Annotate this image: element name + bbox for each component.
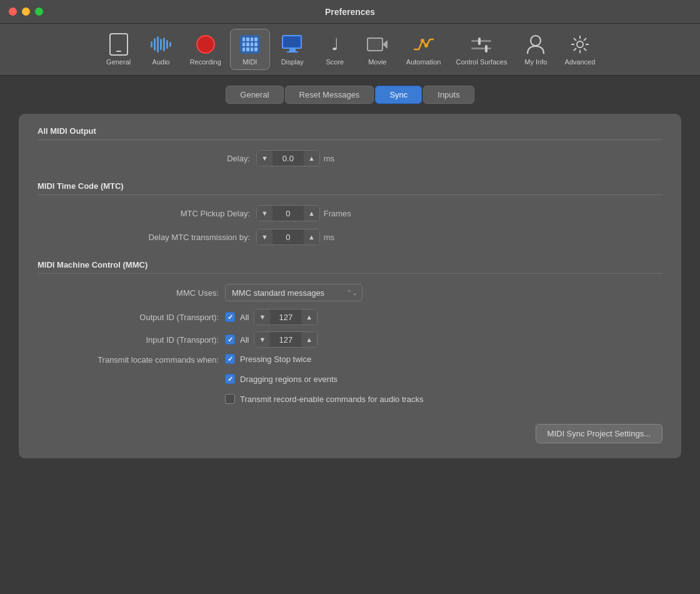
pressing-stop-checkbox[interactable] — [225, 354, 235, 364]
toolbar-label-recording: Recording — [190, 58, 221, 66]
pickup-delay-increment[interactable]: ▲ — [304, 206, 319, 221]
maximize-button[interactable] — [35, 8, 43, 16]
svg-point-6 — [424, 44, 428, 48]
window-controls — [9, 8, 43, 16]
output-id-decrement[interactable]: ▼ — [254, 310, 270, 325]
general-icon — [108, 33, 130, 56]
toolbar: General Audio Recording — [0, 24, 700, 76]
recording-icon — [194, 33, 217, 56]
delay-mtc-value: 0 — [272, 233, 304, 242]
transmit-option-record-enable: Transmit record-enable commands for audi… — [225, 394, 424, 404]
svg-rect-0 — [282, 36, 301, 48]
toolbar-item-automation[interactable]: Automation — [400, 29, 448, 69]
pressing-stop-label: Pressing Stop twice — [240, 355, 311, 364]
svg-rect-3 — [368, 38, 382, 51]
input-id-increment[interactable]: ▲ — [301, 332, 317, 347]
my-info-icon — [524, 33, 547, 56]
delay-mtc-row: Delay MTC transmission by: ▼ 0 ▲ ms — [38, 229, 662, 245]
minimize-button[interactable] — [22, 8, 30, 16]
toolbar-label-my-info: My Info — [524, 58, 547, 66]
mmc-uses-controls: MMC standard messages Custom messages ⌃⌄ — [225, 284, 362, 301]
toolbar-item-my-info[interactable]: My Info — [516, 29, 556, 69]
delay-row: Delay: ▼ 0.0 ▲ ms — [38, 150, 662, 166]
mmc-uses-row: MMC Uses: MMC standard messages Custom m… — [38, 284, 662, 301]
dragging-regions-label: Dragging regions or events — [240, 375, 338, 384]
toolbar-item-movie[interactable]: Movie — [358, 29, 398, 69]
tab-sync[interactable]: Sync — [375, 86, 422, 104]
toolbar-item-general[interactable]: General — [99, 29, 139, 69]
delay-value: 0.0 — [272, 154, 304, 163]
output-id-all-checkbox[interactable] — [225, 312, 235, 322]
delay-decrement[interactable]: ▼ — [257, 151, 272, 166]
close-button[interactable] — [9, 8, 17, 16]
tab-general[interactable]: General — [226, 86, 283, 104]
pickup-delay-value: 0 — [272, 209, 304, 218]
svg-rect-10 — [485, 45, 488, 53]
mmc-uses-dropdown[interactable]: MMC standard messages Custom messages — [225, 284, 362, 301]
toolbar-label-general: General — [106, 58, 131, 66]
record-enable-label: Transmit record-enable commands for audi… — [240, 395, 424, 404]
input-id-decrement[interactable]: ▼ — [254, 332, 270, 347]
input-id-stepper[interactable]: ▼ 127 ▲ — [254, 331, 318, 348]
output-id-all-label: All — [240, 313, 249, 322]
display-icon — [281, 33, 304, 56]
tab-inputs[interactable]: Inputs — [423, 86, 474, 104]
delay-mtc-decrement[interactable]: ▼ — [257, 229, 272, 244]
toolbar-item-midi[interactable]: MIDI — [230, 29, 270, 70]
project-settings-button[interactable]: MIDI Sync Project Settings... — [536, 424, 662, 443]
bottom-row: MIDI Sync Project Settings... — [38, 424, 662, 443]
delay-mtc-increment[interactable]: ▲ — [304, 229, 319, 244]
delay-unit: ms — [324, 154, 334, 163]
svg-rect-8 — [478, 38, 481, 45]
automation-icon — [412, 33, 435, 56]
toolbar-item-display[interactable]: Display — [272, 29, 312, 69]
svg-point-11 — [531, 36, 541, 46]
svg-line-19 — [584, 38, 586, 41]
svg-point-12 — [577, 41, 583, 48]
delay-stepper[interactable]: ▼ 0.0 ▲ — [256, 150, 320, 166]
window-title: Preferences — [325, 7, 375, 17]
toolbar-item-advanced[interactable]: Advanced — [558, 29, 601, 69]
section-title-all-midi-output: All MIDI Output — [38, 126, 662, 140]
output-id-increment[interactable]: ▲ — [301, 310, 317, 325]
output-id-stepper[interactable]: ▼ 127 ▲ — [254, 309, 318, 325]
dragging-regions-checkbox[interactable] — [225, 374, 235, 384]
svg-line-18 — [584, 48, 586, 51]
pickup-delay-row: MTC Pickup Delay: ▼ 0 ▲ Frames — [38, 205, 662, 221]
toolbar-item-score[interactable]: ♩ Score — [315, 29, 355, 69]
toolbar-item-audio[interactable]: Audio — [141, 29, 181, 69]
section-midi-time-code: MIDI Time Code (MTC) MTC Pickup Delay: ▼… — [38, 181, 662, 245]
mmc-uses-label: MMC Uses: — [38, 288, 219, 298]
toolbar-item-recording[interactable]: Recording — [184, 29, 228, 69]
delay-mtc-stepper[interactable]: ▼ 0 ▲ — [256, 229, 320, 245]
toolbar-label-score: Score — [326, 58, 344, 66]
svg-rect-9 — [471, 48, 491, 49]
title-bar: Preferences — [0, 0, 700, 24]
svg-line-20 — [574, 48, 576, 51]
record-enable-checkbox[interactable] — [225, 394, 235, 404]
transmit-options: Pressing Stop twice Dragging regions or … — [225, 354, 424, 409]
main-content: General Reset Messages Sync Inputs All M… — [0, 76, 700, 471]
pickup-delay-unit: Frames — [324, 209, 351, 218]
mmc-uses-dropdown-wrapper: MMC standard messages Custom messages ⌃⌄ — [225, 284, 362, 301]
transmit-label: Transmit locate commands when: — [38, 354, 219, 365]
toolbar-label-display: Display — [281, 58, 304, 66]
movie-icon — [366, 33, 389, 56]
transmit-option-dragging-regions: Dragging regions or events — [225, 374, 424, 384]
toolbar-label-automation: Automation — [406, 58, 441, 66]
delay-controls: ▼ 0.0 ▲ ms — [256, 150, 334, 166]
delay-increment[interactable]: ▲ — [304, 151, 319, 166]
pickup-delay-stepper[interactable]: ▼ 0 ▲ — [256, 205, 320, 221]
pickup-delay-decrement[interactable]: ▼ — [257, 206, 272, 221]
audio-icon — [150, 33, 172, 56]
tab-bar: General Reset Messages Sync Inputs — [19, 86, 681, 104]
svg-point-5 — [421, 39, 424, 43]
input-id-all-label: All — [240, 335, 249, 345]
advanced-icon — [569, 33, 591, 56]
transmit-section: Transmit locate commands when: Pressing … — [38, 354, 662, 409]
toolbar-item-control-surfaces[interactable]: Control Surfaces — [449, 29, 513, 69]
delay-mtc-unit: ms — [324, 233, 334, 242]
tab-reset-messages[interactable]: Reset Messages — [285, 86, 374, 104]
toolbar-label-midi: MIDI — [242, 58, 257, 66]
input-id-all-checkbox[interactable] — [225, 335, 235, 345]
